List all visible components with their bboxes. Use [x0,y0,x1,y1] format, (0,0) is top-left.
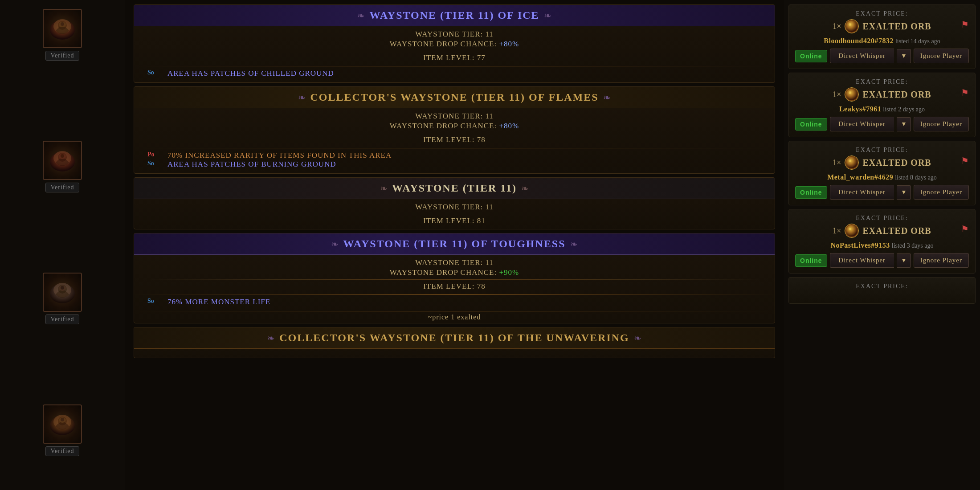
ignore-player-btn-3[interactable]: Ignore Player [914,185,969,200]
svg-point-22 [846,89,858,100]
price-row-1: 1× Exalted Orb ⚑ [795,19,969,33]
title-deco-right-2: ❧ [603,92,611,103]
affix-row-2a: Po 70% increased Rarity of Items found i… [147,151,761,160]
title-deco-right-4: ❧ [570,239,578,249]
price-label-2: Exact Price: [795,78,969,86]
stat-sep-1a [147,51,761,51]
svg-point-24 [846,157,858,168]
verified-badge-3: Verified [45,314,79,324]
whisper-dropdown-2[interactable]: ▼ [897,117,911,131]
svg-point-9 [61,154,64,158]
stat-drop-2: Waystone Drop Chance: +80% [147,122,761,131]
direct-whisper-btn-3[interactable]: Direct Whisper [830,185,894,200]
title-deco-left-4: ❧ [331,239,339,249]
affix-prefix-1: So [147,69,159,76]
price-tag-4: ~price 1 exalted [134,311,775,323]
price-text-1: Exalted Orb [862,21,931,32]
price-row-2: 1× Exalted Orb ⚑ [795,87,969,102]
online-badge-3[interactable]: Online [795,186,827,199]
affix-text-4: 76% more Monster Life [167,298,270,306]
action-row-3: Online Direct Whisper ▼ Ignore Player [795,185,969,200]
whisper-dropdown-4[interactable]: ▼ [897,253,911,268]
seller-card-5: Exact Price: [788,277,976,304]
report-icon-2[interactable]: ⚑ [961,87,969,98]
affix-text-2a: 70% increased Rarity of Items found in t… [167,151,392,160]
whisper-dropdown-1[interactable]: ▼ [897,49,911,63]
svg-point-26 [846,225,858,237]
ignore-player-btn-2[interactable]: Ignore Player [914,117,969,131]
seller-name-2: Leakys#7961 [839,105,881,113]
item-icon-4 [43,404,82,444]
main-container: Verified [0,0,980,490]
item-icon-2 [43,141,82,180]
listed-time-1: listed 14 days ago [895,38,940,45]
direct-whisper-btn-2[interactable]: Direct Whisper [830,117,894,131]
stat-ilvl-3: Item Level: 81 [147,216,761,225]
right-panel: Exact Price: 1× Exalted Orb ⚑ Bloodhound… [784,0,980,490]
stat-ilvl-2: Item Level: 78 [147,135,761,144]
item-title-bar-1: ❧ Waystone (Tier 11) of Ice ❧ [134,5,775,26]
price-text-3: Exalted Orb [862,158,931,168]
price-qty-3: 1× [833,158,841,167]
orb-icon-4 [845,224,859,238]
report-icon-1[interactable]: ⚑ [961,19,969,30]
orb-icon-2 [845,87,859,102]
online-badge-1[interactable]: Online [795,50,827,62]
title-deco-left-5: ❧ [267,333,275,343]
online-badge-4[interactable]: Online [795,254,827,267]
direct-whisper-btn-4[interactable]: Direct Whisper [830,253,894,268]
item-icon-1 [43,9,82,48]
listed-time-2: listed 2 days ago [883,106,925,113]
item-card-1: ❧ Waystone (Tier 11) of Ice ❧ Waystone T… [134,4,775,83]
online-badge-2[interactable]: Online [795,118,827,131]
affix-section-2: Po 70% increased Rarity of Items found i… [134,148,775,173]
svg-point-25 [849,159,851,162]
affix-prefix-2b: So [147,160,159,167]
ignore-player-btn-4[interactable]: Ignore Player [914,253,969,268]
price-row-3: 1× Exalted Orb ⚑ [795,155,969,170]
report-icon-3[interactable]: ⚑ [961,155,969,166]
item-card-4: ❧ Waystone (Tier 11) of Toughness ❧ Ways… [134,233,775,323]
svg-point-4 [61,22,64,26]
item-icon-wrapper-3: Verified [43,273,82,324]
title-deco-left-2: ❧ [298,92,306,103]
seller-card-2: Exact Price: 1× Exalted Orb ⚑ Leakys#796… [788,73,976,137]
price-label-4: Exact Price: [795,215,969,222]
report-icon-4[interactable]: ⚑ [961,224,969,234]
title-deco-left-3: ❧ [380,183,388,194]
svg-point-21 [849,23,851,26]
affix-row-1: So Area has patches of Chilled Ground [147,69,761,78]
svg-point-19 [61,418,64,421]
item-stats-4: Waystone Tier: 11 Waystone Drop Chance: … [134,255,775,294]
orb-icon-1 [845,19,859,33]
direct-whisper-btn-1[interactable]: Direct Whisper [830,49,894,63]
item-title-bar-5: ❧ Collector's Waystone (Tier 11) of the … [134,327,775,349]
action-row-2: Online Direct Whisper ▼ Ignore Player [795,117,969,131]
item-stats-1: Waystone Tier: 11 Waystone Drop Chance: … [134,26,775,66]
action-row-1: Online Direct Whisper ▼ Ignore Player [795,49,969,63]
svg-point-27 [849,228,851,230]
title-deco-right-5: ❧ [634,333,641,343]
stat-tier-3: Waystone Tier: 11 [147,203,761,212]
seller-info-4: NoPastLives#9153 listed 3 days ago [795,241,969,249]
price-qty-1: 1× [833,22,841,31]
seller-card-4: Exact Price: 1× Exalted Orb ⚑ NoPastLive… [788,209,976,274]
seller-name-3: Metal_warden#4629 [827,173,893,181]
orb-icon-3 [845,155,859,170]
item-icon-wrapper-2: Verified [43,141,82,192]
item-icon-wrapper-1: Verified [43,9,82,61]
item-name-4: Waystone (Tier 11) of Toughness [343,238,565,250]
item-title-bar-2: ❧ Collector's Waystone (Tier 11) of Flam… [134,87,775,108]
whisper-dropdown-3[interactable]: ▼ [897,185,911,200]
action-row-4: Online Direct Whisper ▼ Ignore Player [795,253,969,268]
stat-drop-1: Waystone Drop Chance: +80% [147,40,761,49]
ignore-player-btn-1[interactable]: Ignore Player [914,49,969,63]
stat-ilvl-1: Item Level: 77 [147,53,761,62]
stat-sep-2a [147,133,761,133]
affix-section-4: So 76% more Monster Life [134,295,775,311]
stat-tier-4: Waystone Tier: 11 [147,258,761,267]
verified-badge-1: Verified [45,51,79,61]
price-text-4: Exalted Orb [862,226,931,236]
verified-badge-4: Verified [45,446,79,456]
item-card-5: ❧ Collector's Waystone (Tier 11) of the … [134,327,775,358]
